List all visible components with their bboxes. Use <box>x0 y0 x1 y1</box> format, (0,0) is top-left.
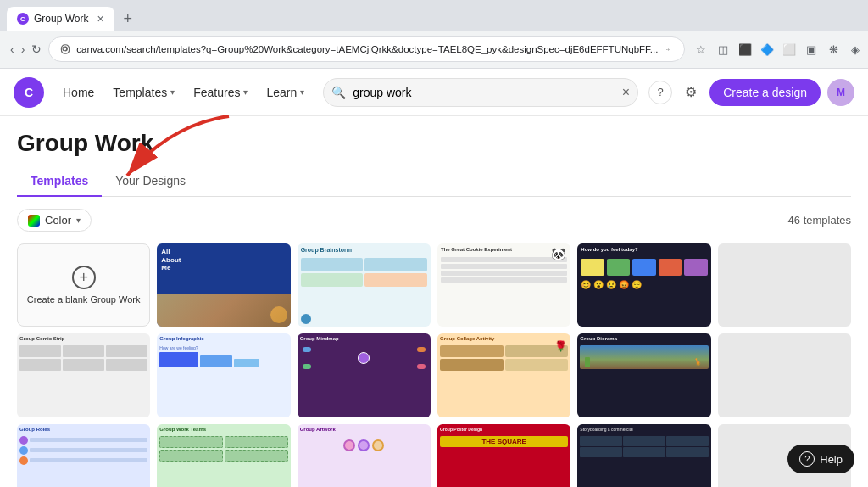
template-card-8[interactable]: Group Mindmap <box>298 333 431 417</box>
template-card-2[interactable]: Group Brainstorm <box>298 244 431 327</box>
help-button[interactable]: ? <box>648 81 672 104</box>
template-card-6[interactable]: Group Comic Strip <box>17 333 150 417</box>
url-text: canva.com/search/templates?q=Group%20Wor… <box>76 44 658 54</box>
logo-text: C <box>25 86 33 99</box>
search-icon: 🔍 <box>331 86 346 99</box>
filters-row: Color ▾ 46 templates <box>17 209 851 232</box>
template-card-5[interactable] <box>718 244 851 327</box>
template-card-11[interactable] <box>718 333 851 417</box>
ext5-icon[interactable]: ❋ <box>824 40 843 59</box>
nav-learn[interactable]: Learn ▾ <box>258 81 313 104</box>
nav-search: 🔍 × <box>323 78 638 107</box>
template-card-13[interactable]: Group Work Teams <box>157 424 290 487</box>
create-design-button[interactable]: Create a design <box>709 79 821 106</box>
nav-templates[interactable]: Templates ▾ <box>104 81 183 104</box>
template-card-1[interactable]: AllAboutMe <box>157 244 290 327</box>
main-content: Group Work Templates Your Designs Color … <box>0 116 868 487</box>
template-card-4[interactable]: How do you feel today? 😊😮😢😡😌 <box>577 244 710 327</box>
browser-chrome: C Group Work × + ‹ › ↻ canva.com/search/… <box>0 0 868 69</box>
help-question-icon: ? <box>799 451 815 467</box>
nav-links: Home Templates ▾ Features ▾ Learn ▾ <box>54 81 313 104</box>
template-card-3[interactable]: The Great Cookie Experiment 🐼 <box>437 244 570 327</box>
reload-button[interactable]: ↻ <box>31 37 42 61</box>
bookmark-icon[interactable]: ☆ <box>692 40 710 59</box>
blank-plus-icon: + <box>72 266 96 289</box>
blank-card-label: Create a blank Group Work <box>20 294 147 305</box>
new-tab-button[interactable]: + <box>118 8 138 29</box>
color-swatch-icon <box>28 215 40 227</box>
profile-icon[interactable]: ◫ <box>714 40 732 59</box>
help-bubble[interactable]: ? Help <box>787 445 854 473</box>
template-card-14[interactable]: Group Artwork <box>298 424 431 487</box>
template-card-12[interactable]: Group Roles <box>17 424 150 487</box>
ext6-icon[interactable]: ◈ <box>846 40 865 59</box>
templates-row-3: Group Roles Group Work Teams Group Artwo… <box>17 424 851 487</box>
templates-row-1: + Create a blank Group Work AllAboutMe G… <box>17 244 851 327</box>
canva-nav: C Home Templates ▾ Features ▾ Learn ▾ 🔍 … <box>0 69 868 116</box>
nav-right: ? ⚙ Create a design M <box>648 79 854 106</box>
active-tab[interactable]: C Group Work × <box>7 7 114 31</box>
search-input[interactable] <box>323 78 638 107</box>
learn-chevron: ▾ <box>300 87 304 97</box>
template-card-7[interactable]: Group Infographic How are we feeling? <box>157 333 290 417</box>
tab-templates[interactable]: Templates <box>17 167 102 196</box>
color-filter[interactable]: Color ▾ <box>17 209 92 232</box>
canva-logo[interactable]: C <box>14 77 44 108</box>
template-card-10[interactable]: Group Diorama 🦒 <box>577 333 710 417</box>
template-card-15[interactable]: Group Poster Design THE SQUARE <box>437 424 570 487</box>
templates-row-2: Group Comic Strip Group Infographic How … <box>17 333 851 417</box>
tab-close-button[interactable]: × <box>97 12 103 25</box>
ext3-icon[interactable]: ⬜ <box>780 40 798 59</box>
tab-bar: C Group Work × + <box>0 0 868 31</box>
templates-count: 46 templates <box>788 214 851 227</box>
tabs-row: Templates Your Designs <box>17 167 851 197</box>
page-title: Group Work <box>17 130 851 157</box>
ext2-icon[interactable]: 🔷 <box>758 40 776 59</box>
template-card-9[interactable]: Group Collage Activity 🌹 <box>437 333 570 417</box>
extension-icon[interactable]: ⬛ <box>736 40 754 59</box>
settings-button[interactable]: ⚙ <box>679 81 703 104</box>
avatar[interactable]: M <box>827 79 854 106</box>
url-bar[interactable]: canva.com/search/templates?q=Group%20Wor… <box>48 36 685 62</box>
tab-title: Group Work <box>34 13 88 25</box>
help-label: Help <box>820 453 843 466</box>
nav-home[interactable]: Home <box>54 81 103 104</box>
tab-favicon: C <box>17 13 29 25</box>
forward-button[interactable]: › <box>21 37 25 61</box>
ext4-icon[interactable]: ▣ <box>802 40 821 59</box>
tab-your-designs[interactable]: Your Designs <box>102 167 199 196</box>
blank-card[interactable]: + Create a blank Group Work <box>17 244 150 327</box>
nav-features[interactable]: Features ▾ <box>185 81 256 104</box>
search-clear-button[interactable]: × <box>622 85 630 100</box>
back-button[interactable]: ‹ <box>10 37 14 61</box>
color-filter-chevron: ▾ <box>76 216 81 225</box>
templates-chevron: ▾ <box>170 87 175 97</box>
address-bar: ‹ › ↻ canva.com/search/templates?q=Group… <box>0 31 868 68</box>
browser-icons: ☆ ◫ ⬛ 🔷 ⬜ ▣ ❋ ◈ Error <box>692 40 868 59</box>
template-card-16[interactable]: Storyboarding a commercial konnectiv <box>577 424 710 487</box>
features-chevron: ▾ <box>243 87 248 97</box>
